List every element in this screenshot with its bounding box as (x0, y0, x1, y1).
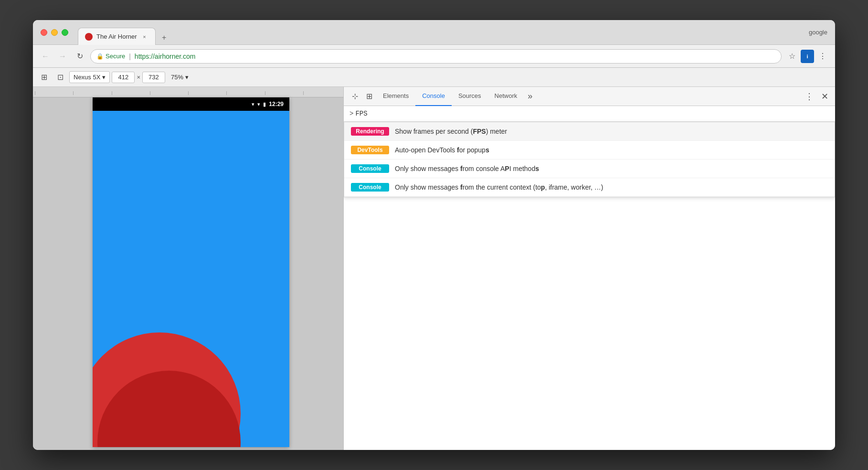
ruler-tick (35, 91, 73, 95)
close-traffic-light[interactable] (41, 29, 47, 36)
ruler-tick (265, 91, 303, 95)
badge-devtools: DevTools (351, 146, 389, 154)
phone-content (93, 111, 289, 447)
devtools-panel: ⊹ ⊞ Elements Console Sources Network » ⋮ (343, 87, 835, 450)
battery-icon: ▮ (263, 101, 266, 107)
signal-icon: ▾ (257, 101, 260, 107)
console-prompt: > (349, 110, 353, 118)
lock-icon: 🔒 (96, 53, 104, 60)
phone-screen: ▾ ▾ ▮ 12:29 (93, 97, 289, 447)
bookmark-button[interactable]: ☆ (785, 50, 799, 63)
more-tabs-button[interactable]: » (524, 87, 536, 106)
tab-network[interactable]: Network (488, 87, 524, 106)
zoom-value: 75% (171, 74, 183, 81)
autocomplete-text-devtools: Auto-open DevTools for popups (395, 146, 489, 154)
google-account-label: google (809, 29, 827, 36)
autocomplete-text-console-2: Only show messages from the current cont… (395, 183, 603, 191)
badge-console-1: Console (351, 164, 389, 173)
tab-title: The Air Horner (96, 33, 137, 40)
extension-icon[interactable]: i (801, 50, 814, 63)
autocomplete-text-console-1: Only show messages from console API meth… (395, 165, 539, 172)
autocomplete-text-rendering: Show frames per second (FPS) meter (395, 128, 507, 135)
phone-status-bar: ▾ ▾ ▮ 12:29 (93, 97, 289, 111)
ruler-tick (226, 91, 265, 95)
devtools-tab-bar: ⊹ ⊞ Elements Console Sources Network » ⋮ (344, 87, 835, 106)
badge-rendering: Rendering (351, 127, 389, 136)
ruler-tick (73, 91, 111, 95)
devtools-toolbar-right: ⋮ ✕ (803, 90, 831, 103)
dimension-separator: × (137, 74, 140, 81)
wifi-icon: ▾ (252, 101, 254, 107)
minimize-traffic-light[interactable] (51, 29, 58, 36)
omnibox[interactable]: 🔒 Secure | https://airhorner.com (90, 49, 782, 64)
status-time: 12:29 (269, 101, 284, 107)
zoom-dropdown-icon: ▾ (185, 74, 189, 81)
ruler-tick (150, 91, 188, 95)
device-mode-toggle[interactable]: ⊞ (37, 70, 51, 85)
title-bar: The Air Horner × + google (33, 20, 835, 45)
back-button[interactable]: ← (39, 50, 52, 63)
autocomplete-list: Rendering Show frames per second (FPS) m… (344, 122, 835, 197)
maximize-traffic-light[interactable] (62, 29, 68, 36)
traffic-lights (41, 29, 68, 36)
ruler-top (33, 87, 343, 97)
omnibox-right: ☆ i ⋮ (785, 50, 829, 63)
device-dropdown-icon: ▾ (102, 74, 106, 81)
main-content: ▾ ▾ ▮ 12:29 ⊹ ⊞ Elements (33, 87, 835, 450)
refresh-button[interactable]: ↻ (73, 50, 86, 63)
secure-badge: 🔒 Secure (96, 53, 125, 60)
secure-label: Secure (106, 53, 125, 60)
autocomplete-item-console-1[interactable]: Console Only show messages from console … (344, 160, 835, 178)
tab-elements[interactable]: Elements (376, 87, 415, 106)
device-selector[interactable]: Nexus 5X ▾ (69, 71, 110, 83)
phone-preview-area: ▾ ▾ ▮ 12:29 (33, 87, 343, 450)
ruler-tick (303, 91, 341, 95)
console-content: > Rendering Show frames per second (FPS)… (344, 106, 835, 450)
devtools-close-button[interactable]: ✕ (818, 90, 831, 103)
url-text: https://airhorner.com (135, 53, 196, 60)
console-input[interactable] (355, 110, 829, 118)
browser-window: The Air Horner × + google ← → ↻ 🔒 Secure… (33, 20, 835, 450)
ruler-tick (188, 91, 226, 95)
console-input-row: > (344, 106, 835, 122)
devtools-toolbar-bar: ⊞ ⊡ Nexus 5X ▾ × 75% ▾ (33, 68, 835, 87)
width-input[interactable] (112, 72, 135, 83)
zoom-selector[interactable]: 75% ▾ (167, 72, 192, 83)
autocomplete-item-devtools[interactable]: DevTools Auto-open DevTools for popups (344, 141, 835, 160)
chrome-menu-button[interactable]: ⋮ (816, 50, 829, 63)
tab-console[interactable]: Console (415, 87, 452, 106)
device-name: Nexus 5X (74, 74, 100, 81)
devtools-settings-button[interactable]: ⋮ (803, 90, 816, 103)
badge-console-2: Console (351, 183, 389, 192)
browser-tab-airhorner[interactable]: The Air Horner × (78, 28, 156, 45)
tab-favicon (85, 33, 93, 41)
omnibox-bar: ← → ↻ 🔒 Secure | https://airhorner.com ☆… (33, 45, 835, 68)
height-input[interactable] (142, 72, 165, 83)
inspect-element-icon[interactable]: ⊹ (348, 89, 362, 104)
new-tab-button[interactable]: + (158, 31, 171, 44)
device-toolbar-icon[interactable]: ⊞ (362, 89, 376, 104)
forward-button[interactable]: → (56, 50, 69, 63)
tab-strip: The Air Horner × + (78, 20, 803, 44)
tab-close-button[interactable]: × (141, 33, 148, 41)
tab-sources[interactable]: Sources (452, 87, 488, 106)
element-selector-toggle[interactable]: ⊡ (53, 70, 67, 85)
ruler-tick (112, 91, 150, 95)
ruler-marks (33, 91, 343, 97)
autocomplete-item-console-2[interactable]: Console Only show messages from the curr… (344, 178, 835, 197)
autocomplete-item-rendering[interactable]: Rendering Show frames per second (FPS) m… (344, 122, 835, 141)
